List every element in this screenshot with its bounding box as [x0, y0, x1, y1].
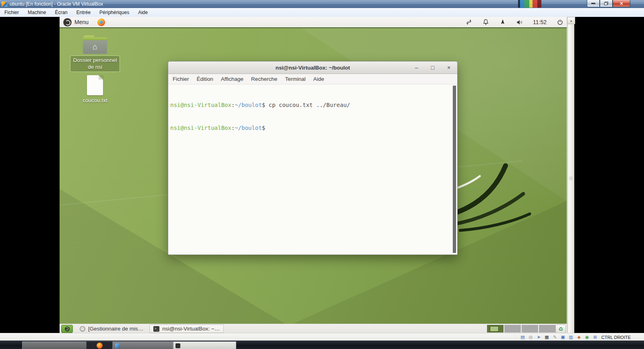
menu-ecran[interactable]: Écran [50, 8, 72, 16]
firefox-launcher-icon[interactable] [97, 18, 105, 26]
menu-entree[interactable]: Entrée [72, 8, 95, 16]
vbox-window-title: ubuntu [En fonction] - Oracle VM Virtual… [10, 1, 103, 7]
virtualbox-logo-icon [2, 2, 7, 7]
arrow-up-icon: ▲ [570, 19, 573, 22]
menu-aide[interactable]: Aide [134, 8, 152, 16]
tmenu-aide[interactable]: Aide [313, 76, 324, 82]
windows-taskbar [0, 341, 644, 349]
vbox-menubar: Fichier Machine Écran Entrée Périphériqu… [0, 8, 644, 17]
workspace-3[interactable] [522, 325, 539, 333]
trash-applet-button[interactable]: ♻ [555, 324, 566, 333]
network-icon[interactable]: ▦ [544, 335, 550, 340]
desktop-icon-label: coucou.txt [82, 97, 108, 103]
taskbar-task-terminal[interactable]: >_ nsi@nsi-VirtualBox: ~… [149, 324, 224, 333]
task-label: nsi@nsi-VirtualBox: ~… [162, 326, 220, 332]
update-manager-icon [80, 326, 85, 332]
scroll-up-button[interactable]: ▲ [567, 17, 575, 24]
audio-icon[interactable]: ➤ [536, 335, 542, 340]
terminal-title: nsi@nsi-VirtualBox: ~/boulot [275, 65, 350, 71]
shared-folders-icon[interactable]: ▣ [560, 335, 566, 340]
minimize-button[interactable] [587, 0, 600, 7]
folder-icon: ⌂ [83, 35, 107, 54]
show-desktop-button[interactable] [61, 325, 73, 333]
vbox-titlebar: ubuntu [En fonction] - Oracle VM Virtual… [0, 0, 644, 8]
desktop-icon-home-folder[interactable]: ⌂ Dossier personnel de nsi [70, 35, 120, 72]
desktop-icon-coucou-txt[interactable]: coucou.txt [82, 75, 108, 103]
hdd-icon[interactable]: ▤ [520, 335, 526, 340]
menu-machine[interactable]: Machine [23, 8, 50, 16]
firefox-icon [97, 343, 103, 349]
app-icon [115, 343, 120, 348]
distro-logo-icon [64, 18, 71, 26]
terminal-scrollbar[interactable] [452, 85, 456, 253]
recycle-icon: ♻ [558, 326, 563, 332]
vbox-status-icons: ▤ ◎ ➤ ▦ ✎ ▣ ▥ ◈ ◉ ⊞ [520, 335, 598, 340]
close-button[interactable]: × [613, 0, 630, 7]
workspace-window-preview [490, 326, 499, 332]
restore-icon [604, 2, 608, 5]
taskbar-task-update-manager[interactable]: [Gestionnaire de mis… [76, 325, 147, 333]
panel-tray: 11:52 [465, 17, 564, 27]
restore-button[interactable] [600, 0, 613, 7]
rainbow-artifact [518, 0, 541, 8]
screenshot-root: ubuntu [En fonction] - Oracle VM Virtual… [0, 0, 644, 349]
sync-icon[interactable] [465, 18, 473, 26]
tmenu-edition[interactable]: Édition [197, 76, 213, 82]
taskbar-firefox-button[interactable] [86, 341, 113, 349]
terminal-menubar: Fichier Édition Affichage Recherche Term… [168, 74, 457, 84]
display-icon[interactable]: ▥ [568, 335, 574, 340]
terminal-output[interactable]: nsi@nsi-VirtualBox:~/boulot$ cp coucou.t… [168, 85, 457, 254]
terminal-icon: >_ [153, 326, 159, 332]
workspace-2[interactable] [504, 325, 522, 333]
app-icon [175, 343, 180, 348]
terminal-maximize-button[interactable]: □ [429, 64, 436, 71]
pointer-dart-icon[interactable] [499, 18, 506, 26]
usb-icon[interactable]: ✎ [552, 335, 558, 340]
workspace-4[interactable] [539, 325, 555, 333]
terminal-close-button[interactable]: × [445, 64, 452, 71]
scrollbar-thumb[interactable] [568, 24, 574, 333]
tmenu-recherche[interactable]: Recherche [251, 76, 277, 82]
terminal-window-controls: – □ × [413, 62, 452, 74]
volume-icon[interactable] [516, 18, 523, 26]
close-icon: × [620, 0, 623, 6]
terminal-line: nsi@nsi-VirtualBox:~/boulot$ cp coucou.t… [170, 101, 457, 109]
tmenu-terminal[interactable]: Terminal [285, 76, 305, 82]
text-file-icon [87, 75, 103, 95]
terminal-line: nsi@nsi-VirtualBox:~/boulot$ [170, 124, 457, 132]
guest-desktop: Menu 11:52 [60, 17, 567, 333]
desktop-icon-label: Dossier personnel de nsi [70, 55, 120, 72]
tmenu-affichage[interactable]: Affichage [221, 76, 244, 82]
minimize-icon [591, 3, 595, 4]
taskbar-window-preview[interactable] [22, 341, 87, 349]
features-icon[interactable]: ◉ [584, 335, 590, 340]
guest-top-panel: Menu 11:52 [60, 17, 567, 28]
optical-icon[interactable]: ◎ [528, 335, 534, 340]
guest-taskbar: [Gestionnaire de mis… >_ nsi@nsi-Virtual… [60, 324, 567, 333]
power-icon[interactable] [556, 18, 564, 26]
recording-icon[interactable]: ◈ [576, 335, 582, 340]
menu-peripheriques[interactable]: Périphériques [95, 8, 134, 16]
mouse-icon[interactable]: ⊞ [592, 335, 598, 340]
host-key-indicator: CTRL DROITE [601, 335, 631, 340]
task-label: [Gestionnaire de mis… [88, 326, 143, 332]
notifications-bell-icon[interactable] [482, 18, 489, 26]
taskbar-window-preview[interactable] [173, 341, 236, 349]
workspace-1[interactable] [487, 325, 504, 333]
vbox-window-controls: × [587, 0, 630, 7]
terminal-minimize-button[interactable]: – [413, 64, 420, 71]
scrollbar-grip [569, 177, 573, 180]
menu-fichier[interactable]: Fichier [0, 8, 23, 16]
workspace-switcher [487, 325, 555, 333]
vbox-statusbar: ▤ ◎ ➤ ▦ ✎ ▣ ▥ ◈ ◉ ⊞ CTRL DROITE [0, 333, 644, 341]
distro-logo-icon [65, 326, 70, 331]
clock[interactable]: 11:52 [533, 19, 547, 25]
terminal-scrollbar-thumb[interactable] [453, 86, 456, 253]
terminal-window: nsi@nsi-VirtualBox: ~/boulot – □ × Fichi… [168, 61, 458, 255]
vbox-vertical-scrollbar[interactable]: ▲ ▼ [567, 17, 574, 340]
mate-menu-button[interactable]: Menu [60, 17, 93, 27]
menu-label: Menu [74, 19, 89, 25]
tmenu-fichier[interactable]: Fichier [173, 76, 189, 82]
taskbar-window-preview[interactable] [113, 341, 173, 349]
